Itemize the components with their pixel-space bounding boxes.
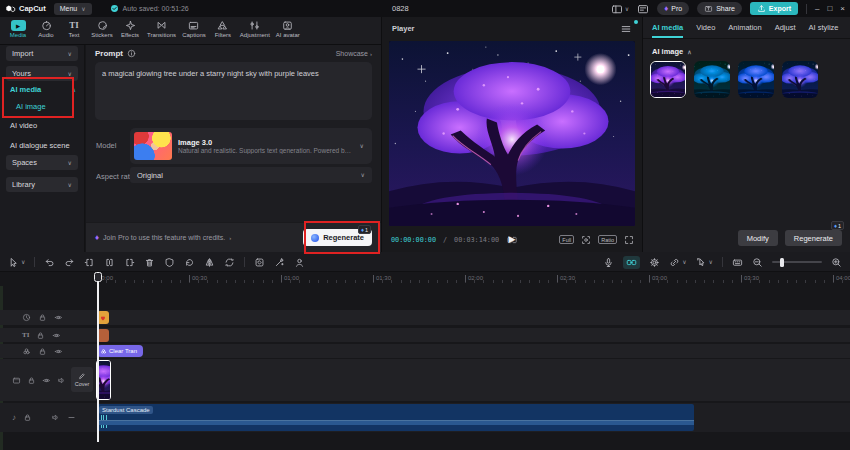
sidebar-item-ai-media[interactable]: AI media ∧: [10, 85, 76, 94]
preview-axis-toggle[interactable]: [623, 256, 640, 269]
lock-icon[interactable]: [38, 347, 47, 356]
ai-image-thumbnail-4[interactable]: [782, 61, 818, 98]
player-controls: 00:00:00:00 / 00:03:14:00 ▶ Full Ratio: [382, 227, 642, 252]
maximize-button[interactable]: □: [827, 0, 832, 17]
cover-button[interactable]: Cover: [71, 367, 93, 392]
layout-toggle-button[interactable]: ∨: [611, 3, 629, 15]
effect-clip[interactable]: Clear Tran: [97, 345, 143, 357]
cursor-tool-button[interactable]: ∨: [8, 257, 25, 268]
eye-icon[interactable]: [52, 331, 61, 340]
eye-icon[interactable]: [42, 376, 51, 385]
close-button[interactable]: ×: [840, 0, 845, 17]
playhead-handle[interactable]: [94, 272, 102, 282]
full-screen-mode-button[interactable]: Full: [559, 235, 574, 244]
timeline-tools-left: ∨: [8, 252, 305, 272]
magic-wand-button[interactable]: [274, 257, 285, 268]
expand-icon[interactable]: [624, 235, 634, 245]
sidebar-item-ai-video[interactable]: AI video: [10, 121, 76, 130]
tab-stickers[interactable]: Stickers: [89, 20, 115, 38]
auto-snap-button[interactable]: [649, 257, 660, 268]
ratio-button[interactable]: Ratio: [598, 235, 617, 244]
aspect-ratio-select[interactable]: Original ∨: [130, 167, 372, 183]
speaker-icon[interactable]: [57, 376, 66, 385]
share-button[interactable]: Share: [697, 2, 742, 15]
timeline-zoom-slider[interactable]: [772, 261, 822, 263]
timeline-options-button[interactable]: [732, 257, 743, 268]
sidebar-item-yours[interactable]: Yours ∨: [6, 66, 78, 81]
text-clip[interactable]: [97, 329, 109, 342]
panel-list-button[interactable]: [637, 3, 649, 15]
tab-ai-stylize[interactable]: AI stylize: [809, 17, 839, 38]
collapse-track-icon[interactable]: [67, 413, 76, 422]
playhead[interactable]: [97, 272, 99, 442]
sidebar-item-spaces[interactable]: Spaces ∨: [6, 155, 78, 170]
tab-media[interactable]: ▶ Media: [5, 20, 31, 38]
eye-icon[interactable]: [54, 347, 63, 356]
tab-ai-media[interactable]: AI media: [652, 17, 683, 38]
export-button[interactable]: Export: [750, 2, 798, 15]
effect-track-icon: [22, 347, 31, 356]
ai-image-thumbnail-1[interactable]: [650, 61, 686, 98]
sidebar-item-ai-dialogue-scene[interactable]: AI dialogue scene: [10, 141, 76, 150]
tab-adjust[interactable]: Adjust: [775, 17, 796, 38]
play-button[interactable]: ▶: [509, 235, 516, 244]
split-right-button[interactable]: [124, 257, 135, 268]
minimize-button[interactable]: –: [815, 0, 819, 17]
modify-button[interactable]: Modify: [738, 230, 778, 246]
zoom-out-button[interactable]: [752, 257, 763, 268]
tab-filters[interactable]: Filters: [210, 20, 236, 38]
tab-animation[interactable]: Animation: [728, 17, 761, 38]
audio-clip[interactable]: Stardust Cascade: [97, 404, 694, 431]
focus-icon[interactable]: [581, 235, 591, 245]
split-left-button[interactable]: [84, 257, 95, 268]
join-pro-link[interactable]: ♦ Join Pro to use this feature with cred…: [95, 234, 231, 242]
player-menu-icon[interactable]: [620, 23, 632, 35]
tab-video[interactable]: Video: [696, 17, 715, 38]
lock-icon[interactable]: [36, 331, 45, 340]
ai-image-thumbnail-3[interactable]: [738, 61, 774, 98]
sync-button[interactable]: [224, 257, 235, 268]
redo-button[interactable]: [64, 257, 75, 268]
model-select[interactable]: Image 3.0 Natural and realistic. Support…: [130, 128, 372, 164]
prompt-input[interactable]: a magical glowing tree under a starry ni…: [95, 62, 372, 120]
eye-icon[interactable]: [54, 313, 63, 322]
menu-button[interactable]: Menu ∨: [54, 3, 92, 15]
tab-transitions[interactable]: Transitions: [145, 20, 178, 38]
mask-button[interactable]: [164, 257, 175, 268]
sidebar-item-ai-image[interactable]: AI image: [16, 102, 76, 111]
layout-icon: [611, 3, 623, 15]
select-mode-button[interactable]: ∨: [696, 257, 713, 268]
loop-button[interactable]: [184, 257, 195, 268]
timeline-ruler[interactable]: 00:00 00:30 01:00 01:30 02:00 02:30 03:0…: [0, 272, 850, 286]
keyframe-button[interactable]: [254, 257, 265, 268]
undo-button[interactable]: [44, 257, 55, 268]
tab-audio[interactable]: Audio: [33, 20, 59, 38]
sidebar-item-library[interactable]: Library ∨: [6, 177, 78, 192]
split-button[interactable]: [104, 257, 115, 268]
zoom-slider-handle[interactable]: [780, 258, 784, 267]
lock-icon[interactable]: [23, 413, 32, 422]
video-preview[interactable]: [389, 41, 635, 226]
delete-button[interactable]: [144, 257, 155, 268]
pro-button[interactable]: ♦ Pro: [657, 2, 689, 15]
sticker-clip[interactable]: [97, 311, 109, 324]
link-clips-button[interactable]: ∨: [669, 257, 686, 268]
sidebar-item-import[interactable]: Import ∨: [6, 46, 78, 61]
ai-image-section-header[interactable]: AI image ∧: [652, 47, 692, 56]
lock-icon[interactable]: [27, 376, 36, 385]
showcase-link[interactable]: Showcase ›: [336, 50, 372, 57]
tab-effects[interactable]: Effects: [117, 20, 143, 38]
ai-character-button[interactable]: [294, 257, 305, 268]
tab-text[interactable]: TI Text: [61, 20, 87, 38]
tab-ai-avatar[interactable]: AI avatar: [274, 20, 302, 38]
mirror-button[interactable]: [204, 257, 215, 268]
zoom-in-button[interactable]: [831, 257, 842, 268]
speaker-icon[interactable]: [51, 413, 60, 422]
tab-captions[interactable]: Captions: [180, 20, 208, 38]
regenerate-button-right[interactable]: Regenerate ♦ 1: [785, 230, 842, 246]
chevron-down-icon: ∨: [21, 259, 25, 265]
tab-adjustment[interactable]: Adjustment: [238, 20, 272, 38]
record-voiceover-button[interactable]: [603, 257, 614, 268]
ai-image-thumbnail-2[interactable]: [694, 61, 730, 98]
lock-icon[interactable]: [38, 313, 47, 322]
